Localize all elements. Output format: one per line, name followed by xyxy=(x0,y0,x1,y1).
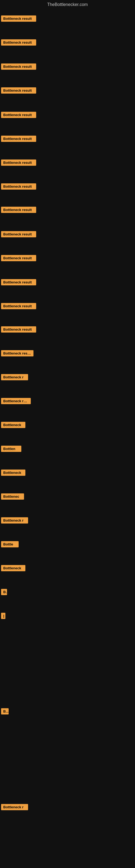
list-item: Bottleneck result xyxy=(1,326,36,334)
list-item: Bottleneck resu xyxy=(1,398,31,405)
list-item: Bottleneck result xyxy=(1,279,36,286)
bottleneck-badge[interactable]: Bottleneck result xyxy=(1,87,36,94)
bottleneck-badge[interactable]: Bottleneck r xyxy=(1,517,28,524)
list-item: Bottleneck result xyxy=(1,183,36,191)
bottleneck-badge[interactable]: Bottleneck r xyxy=(1,374,28,380)
bottleneck-badge[interactable]: Bottleneck result xyxy=(1,39,36,45)
list-item: Bottleneck xyxy=(1,422,26,429)
list-item: Bottle xyxy=(1,541,18,549)
bottleneck-badge[interactable]: Bottleneck result xyxy=(1,326,36,333)
bottleneck-badge[interactable]: | xyxy=(1,613,5,619)
bottleneck-badge[interactable]: Bottleneck resu xyxy=(1,398,31,404)
page-wrapper: TheBottlenecker.com Bottleneck resultBot… xyxy=(0,0,135,868)
bottleneck-badge[interactable]: Bottleneck xyxy=(1,565,26,571)
bottleneck-badge[interactable]: Bottleneck result xyxy=(1,183,36,190)
bottleneck-badge[interactable]: Bottleneck xyxy=(1,469,26,476)
list-item: B xyxy=(1,589,7,596)
list-item: Bottleneck result xyxy=(1,303,36,310)
bottleneck-badge[interactable]: B xyxy=(1,589,7,595)
list-item: Bottleneck xyxy=(1,565,26,572)
list-item: Bottleneck r xyxy=(1,804,28,811)
list-item: Bottleneck result xyxy=(1,207,36,214)
bottleneck-badge[interactable]: Bottleneck result xyxy=(1,159,36,166)
list-item: Bottleneck result xyxy=(1,255,36,262)
bottleneck-badge[interactable]: Bottleneck result xyxy=(1,207,36,213)
list-item: Bottleneck result xyxy=(1,159,36,167)
list-item: | xyxy=(1,613,5,620)
bottleneck-badge[interactable]: Bottle xyxy=(1,541,18,547)
list-item: Bottleneck r xyxy=(1,374,28,381)
bottleneck-badge[interactable]: Bottleneck result xyxy=(1,255,36,261)
bottleneck-badge[interactable]: Bottleneck result xyxy=(1,16,36,22)
list-item: Bottleneck r xyxy=(1,517,28,525)
bottleneck-badge[interactable]: Bottlen xyxy=(1,446,21,452)
list-item: Bottleneck result xyxy=(1,112,36,119)
bottleneck-badge[interactable]: Bottleneck result xyxy=(1,63,36,70)
bottleneck-badge[interactable]: Bottleneck result xyxy=(1,350,34,356)
list-item: Bottleneck result xyxy=(1,63,36,71)
site-title: TheBottlenecker.com xyxy=(0,0,135,9)
list-item: Bo xyxy=(1,708,9,716)
bottleneck-badge[interactable]: Bottlenec xyxy=(1,493,24,500)
bottleneck-badge[interactable]: Bottleneck result xyxy=(1,303,36,309)
list-item: Bottleneck result xyxy=(1,135,36,143)
bottleneck-badge[interactable]: Bottleneck result xyxy=(1,135,36,142)
list-item: Bottleneck result xyxy=(1,350,34,358)
bottleneck-badge[interactable]: Bo xyxy=(1,708,9,714)
list-item: Bottleneck result xyxy=(1,231,36,239)
bottleneck-badge[interactable]: Bottleneck result xyxy=(1,112,36,118)
list-item: Bottleneck xyxy=(1,469,26,477)
list-item: Bottleneck result xyxy=(1,87,36,95)
bottleneck-badge[interactable]: Bottleneck r xyxy=(1,804,28,810)
bottleneck-badge[interactable]: Bottleneck xyxy=(1,422,26,428)
bottleneck-badge[interactable]: Bottleneck result xyxy=(1,231,36,237)
list-item: Bottlen xyxy=(1,446,21,453)
list-item: Bottlenec xyxy=(1,493,24,501)
bottleneck-badge[interactable]: Bottleneck result xyxy=(1,279,36,285)
list-item: Bottleneck result xyxy=(1,39,36,46)
list-item: Bottleneck result xyxy=(1,16,36,23)
